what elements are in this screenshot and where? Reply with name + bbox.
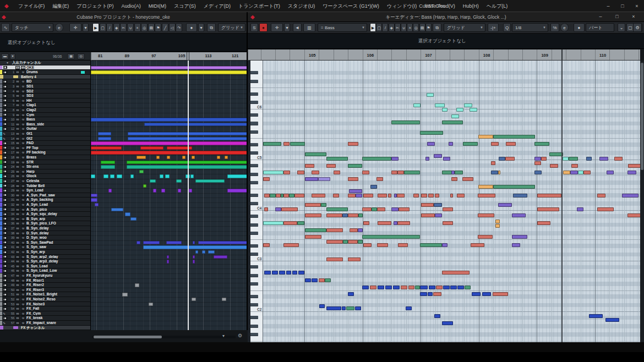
menu-item[interactable]: 編集(E) xyxy=(48,0,73,10)
solo-button[interactable]: s xyxy=(21,141,25,145)
piano-black-key[interactable] xyxy=(250,122,258,125)
track-row[interactable]: 54msFX_Fall xyxy=(0,306,91,311)
track-row[interactable]: 15msPAD xyxy=(0,141,91,146)
midi-note[interactable] xyxy=(563,157,569,161)
solo-button[interactable]: s xyxy=(21,274,25,277)
event-clip[interactable] xyxy=(130,174,134,178)
event-clip[interactable] xyxy=(193,255,195,259)
midi-note[interactable] xyxy=(413,103,421,107)
track-row[interactable]: 44msS_Syn_arp3_delay xyxy=(0,259,91,264)
mute-button[interactable]: m xyxy=(15,85,20,88)
menu-item[interactable]: スコア(S) xyxy=(170,0,200,10)
track-row[interactable]: 31msA_Syn_backing xyxy=(0,198,91,202)
midi-note[interactable] xyxy=(420,131,443,135)
event-clip[interactable] xyxy=(101,161,115,164)
edit-channel-button[interactable]: e xyxy=(55,23,63,32)
mute-button[interactable]: m xyxy=(15,241,20,244)
key-editor-ruler[interactable]: 105106107108109110 xyxy=(248,50,640,61)
mute-button[interactable]: m xyxy=(15,203,20,206)
midi-note[interactable] xyxy=(415,286,420,289)
midi-note[interactable] xyxy=(356,194,362,198)
midi-note[interactable] xyxy=(391,207,399,211)
solo-button[interactable]: s xyxy=(21,293,25,296)
event-clip[interactable] xyxy=(108,189,112,192)
event-clip[interactable] xyxy=(176,179,182,183)
midi-note[interactable] xyxy=(457,286,464,289)
solo-button[interactable]: s xyxy=(21,245,25,249)
solo-button[interactable]: s xyxy=(21,70,25,74)
midi-note[interactable] xyxy=(506,142,516,146)
mute-button[interactable]: m xyxy=(15,151,20,154)
event-clip[interactable] xyxy=(128,137,247,140)
editor-minimize-button[interactable]: – xyxy=(594,13,607,20)
solo-button[interactable]: s xyxy=(21,103,25,107)
midi-note[interactable] xyxy=(362,235,420,239)
event-clip[interactable] xyxy=(202,250,205,254)
event-clip[interactable] xyxy=(143,184,146,188)
midi-note[interactable] xyxy=(346,306,354,310)
event-clip[interactable] xyxy=(227,174,247,178)
close-button[interactable]: × xyxy=(631,2,643,10)
event-clip[interactable] xyxy=(91,70,247,74)
track-row[interactable]: 48msFX_Riser1 xyxy=(0,278,91,283)
midi-note[interactable] xyxy=(264,271,271,275)
line-tool[interactable]: ╱ xyxy=(162,23,168,32)
midi-note[interactable] xyxy=(290,142,305,146)
solo-button[interactable]: s xyxy=(21,113,25,117)
mute-button[interactable]: m xyxy=(15,279,20,282)
v-scrollbar-thumb[interactable] xyxy=(641,63,643,170)
piano-black-key[interactable] xyxy=(250,151,258,155)
midi-note[interactable] xyxy=(377,207,385,211)
zoom-tool[interactable]: ◎ xyxy=(413,23,419,32)
midi-note[interactable] xyxy=(434,314,440,318)
event-clip[interactable] xyxy=(139,170,144,173)
event-clip[interactable] xyxy=(127,165,247,168)
menu-item[interactable]: Hub(H) xyxy=(459,1,483,9)
midi-note[interactable] xyxy=(372,207,377,211)
midi-note[interactable] xyxy=(472,292,481,296)
piano-black-key[interactable] xyxy=(250,295,258,298)
track-row[interactable]: 32msA_Syn_Lead xyxy=(0,202,91,207)
event-clip[interactable] xyxy=(192,298,196,301)
mute-button[interactable]: m xyxy=(15,132,20,135)
event-clip[interactable] xyxy=(160,174,163,178)
solo-button[interactable]: s xyxy=(21,165,25,168)
midi-note[interactable] xyxy=(348,194,356,198)
midi-note[interactable] xyxy=(451,177,457,181)
track-row[interactable]: 29msSyn_Lead xyxy=(0,188,91,193)
solo-editor-button[interactable]: S xyxy=(250,23,258,32)
midi-note[interactable] xyxy=(428,194,434,198)
midi-note[interactable] xyxy=(550,164,558,168)
piano-black-key[interactable] xyxy=(250,244,258,248)
draw-tool[interactable]: / xyxy=(106,23,113,32)
midi-note[interactable] xyxy=(421,194,427,198)
solo-button[interactable]: s xyxy=(21,146,25,150)
midi-note[interactable] xyxy=(589,314,603,318)
midi-note[interactable] xyxy=(348,292,354,296)
erase-tool[interactable]: ◈ xyxy=(113,23,120,32)
piano-black-key[interactable] xyxy=(250,316,258,319)
midi-note[interactable] xyxy=(478,235,493,239)
midi-note[interactable] xyxy=(355,306,361,310)
midi-note[interactable] xyxy=(442,271,470,275)
track-row[interactable]: 7msClap1 xyxy=(0,103,91,108)
comp-tool[interactable]: ▤ xyxy=(148,23,155,32)
event-clip[interactable] xyxy=(217,156,220,159)
midi-note[interactable] xyxy=(325,278,331,282)
midi-note[interactable] xyxy=(607,171,614,174)
mute-button[interactable]: m xyxy=(15,260,20,263)
midi-note[interactable] xyxy=(283,142,290,146)
piano-black-key[interactable] xyxy=(250,215,258,218)
midi-note[interactable] xyxy=(571,164,578,168)
event-clip[interactable] xyxy=(165,174,170,178)
event-clip[interactable] xyxy=(117,174,122,178)
midi-note[interactable] xyxy=(462,177,473,181)
track-row[interactable]: 30msA_Syn_Pad_saw xyxy=(0,193,91,198)
midi-note[interactable] xyxy=(358,228,363,232)
midi-note[interactable] xyxy=(363,194,373,198)
edited-part-select[interactable]: ≡ Bass▼ xyxy=(318,23,367,32)
track-row[interactable]: 28msTublar Bell xyxy=(0,184,91,189)
track-row[interactable]: msOKE xyxy=(0,65,91,70)
mute-button[interactable]: m xyxy=(15,99,20,102)
midi-note[interactable] xyxy=(393,286,400,289)
